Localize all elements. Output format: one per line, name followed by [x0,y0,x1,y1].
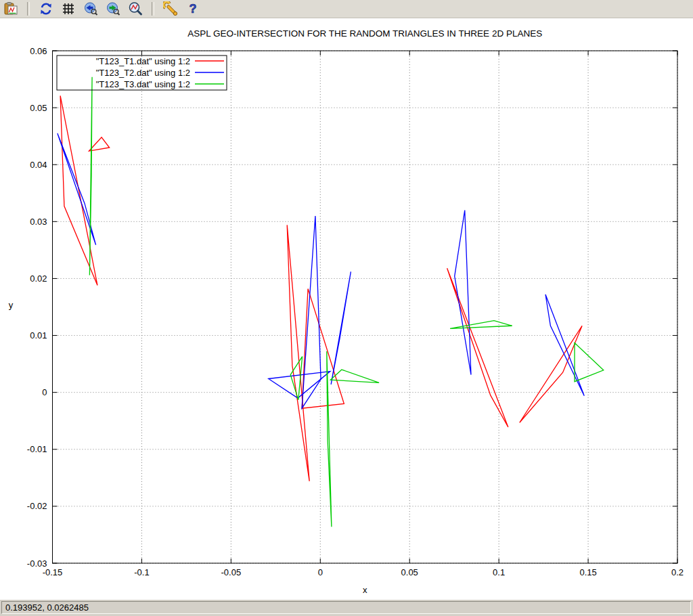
toolbar: ? [0,0,693,18]
status-bar: 0.193952, 0.0262485 [0,600,693,616]
toolbar-separator [27,2,30,16]
clipboard-copy-icon [3,1,18,16]
series-triangle-T123_T3.dat [330,370,379,382]
x-tick-label: -0.1 [134,567,149,577]
x-axis-label: x [363,585,367,595]
y-tick-label: 0.03 [30,217,47,227]
series-triangle-T123_T2.dat [545,294,584,396]
x-tick-label: 0.05 [401,567,418,577]
gnuplot-window: { "window": { "background": "#ffffff", "… [0,0,693,616]
y-tick-label: 0 [42,387,47,397]
y-tick-label: -0.03 [27,558,47,569]
y-tick-label: -0.01 [27,444,47,454]
x-tick-label: -0.15 [43,567,63,577]
series-triangle-T123_T3.dat [89,77,92,276]
configure-button[interactable] [162,1,179,17]
legend-label: "T123_T3.dat" using 1:2 [96,79,190,89]
help-icon: ? [185,1,200,16]
x-tick-label: -0.05 [221,567,242,577]
grid-icon [61,1,76,16]
autoscale-button[interactable] [127,1,143,17]
toolbar-separator [152,2,154,16]
x-tick-label: 0 [318,567,323,577]
wrench-icon [163,1,178,16]
chart-title: ASPL GEO-INTERSECTION FOR THE RANDOM TRI… [187,28,542,39]
y-tick-label: 0.04 [30,160,47,170]
series-triangle-T123_T3.dat [575,343,604,381]
x-tick-label: 0.2 [671,567,684,577]
y-tick-label: 0.01 [30,330,47,340]
help-glyph: ? [189,2,197,16]
replot-button[interactable] [38,1,54,17]
refresh-icon [39,1,53,16]
grid-button[interactable] [60,1,76,17]
x-tick-label: 0.1 [493,567,505,577]
zoom-next-icon [106,1,120,16]
series-triangle-T123_T3.dat [327,351,332,527]
legend-label: "T123_T2.dat" using 1:2 [96,68,190,78]
y-tick-label: 0.02 [30,273,47,284]
plot-canvas[interactable]: -0.15-0.1-0.0500.050.10.150.20.060.050.0… [0,18,693,600]
legend-label: "T123_T1.dat" using 1:2 [96,56,190,66]
zoom-previous-button[interactable] [83,1,99,17]
series-triangle-T123_T2.dat [455,211,471,375]
y-tick-label: 0.05 [30,103,47,113]
cursor-coordinates: 0.193952, 0.0262485 [1,601,691,614]
series-triangle-T123_T1.dat [520,326,582,422]
series-triangle-T123_T2.dat [331,271,351,384]
y-tick-label: 0.06 [30,46,47,56]
y-axis-label: y [9,300,14,310]
x-tick-label: 0.15 [579,567,596,577]
autoscale-zoom-icon [128,1,143,16]
series-triangle-T123_T2.dat [302,216,321,408]
series-triangle-T123_T3.dat [450,321,512,329]
y-tick-label: -0.02 [27,501,47,511]
plot-border [53,51,678,563]
chart[interactable]: -0.15-0.1-0.0500.050.10.150.20.060.050.0… [0,18,693,600]
zoom-next-button[interactable] [105,1,121,17]
help-button[interactable]: ? [185,1,201,17]
copy-to-clipboard-button[interactable] [3,1,19,17]
series-triangle-T123_T1.dat [89,137,110,151]
zoom-previous-icon [83,1,98,16]
